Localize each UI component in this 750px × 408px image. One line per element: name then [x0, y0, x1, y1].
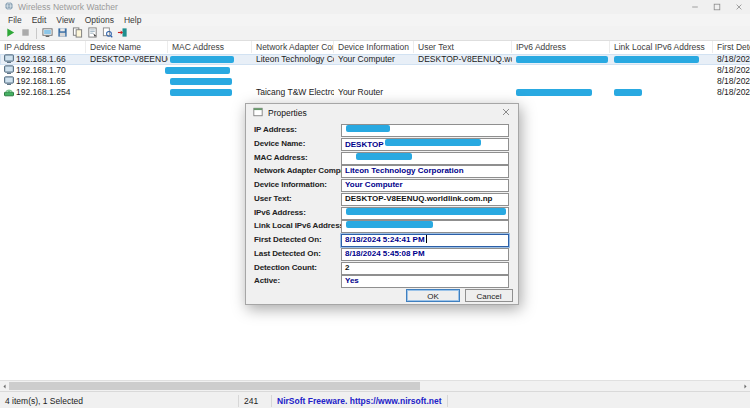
- field-input-active[interactable]: Yes: [341, 275, 509, 288]
- start-scan-button[interactable]: [3, 27, 18, 40]
- redacted-mac-bar: [170, 89, 232, 96]
- ok-button[interactable]: OK: [406, 289, 460, 302]
- cell-device-info: Your Router: [334, 87, 414, 98]
- scroll-right-arrow[interactable]: [741, 381, 750, 391]
- minimize-button[interactable]: [684, 0, 706, 14]
- menu-item-help[interactable]: Help: [119, 15, 146, 25]
- cell-ip: 192.168.1.66: [0, 54, 86, 65]
- redacted-value-bar: [346, 221, 433, 228]
- field-input-first-detected-on[interactable]: 8/18/2024 5:24:41 PM: [341, 234, 509, 247]
- toolbar-separator: [36, 28, 37, 39]
- column-header-device-name[interactable]: Device Name: [86, 41, 168, 53]
- redacted-link-local-bar: [614, 56, 699, 63]
- dialog-icon: [253, 107, 263, 119]
- field-value: Yes: [345, 276, 359, 285]
- menu-item-options[interactable]: Options: [80, 15, 119, 25]
- exit-button[interactable]: [115, 27, 130, 40]
- toolbar: [0, 26, 750, 41]
- properties-icon: [87, 27, 98, 40]
- status-selection: 4 item(s), 1 Selected: [0, 395, 239, 407]
- field-label-link-local-ipv6-address: Link Local IPv6 Address:: [254, 220, 346, 231]
- redacted-value-bar: [346, 208, 506, 215]
- computer-icon: [4, 65, 14, 75]
- scroll-left-arrow[interactable]: [0, 381, 9, 391]
- nirsoft-link[interactable]: NirSoft Freeware. https://www.nirsoft.ne…: [272, 395, 448, 407]
- redacted-value-bar: [356, 153, 412, 160]
- cell-ipv6: [512, 65, 610, 76]
- menu-item-file[interactable]: File: [3, 15, 27, 25]
- close-button[interactable]: [728, 0, 750, 14]
- field-input-device-information[interactable]: Your Computer: [341, 179, 509, 192]
- cell-device-name: [86, 87, 168, 98]
- cell-device-name: DESKTOP-V8EENUQ.wor...: [86, 54, 168, 65]
- copy-button[interactable]: [70, 27, 85, 40]
- cell-device-name: [86, 76, 168, 87]
- cancel-button[interactable]: Cancel: [465, 289, 513, 302]
- menu-item-view[interactable]: View: [51, 15, 79, 25]
- start-scan-icon: [5, 27, 16, 40]
- field-input-ip-address[interactable]: [341, 124, 509, 137]
- cell-ip: 192.168.1.65: [0, 76, 86, 87]
- field-input-link-local-ipv6-address[interactable]: [341, 220, 509, 233]
- network-adapter-button[interactable]: [40, 27, 55, 40]
- cell-user-text: [414, 65, 512, 76]
- field-label-ipv6-address: IPv6 Address:: [254, 207, 306, 218]
- table-header: IP AddressDevice NameMAC AddressNetwork …: [0, 41, 750, 55]
- cell-adapter: Taicang T&W Electronics: [252, 87, 334, 98]
- column-header-user-text[interactable]: User Text: [414, 41, 512, 53]
- cell-user-text: [414, 87, 512, 98]
- field-input-mac-address[interactable]: [341, 152, 509, 165]
- field-value: Your Computer: [345, 180, 403, 189]
- scrollbar-thumb[interactable]: [9, 382, 420, 390]
- table-row[interactable]: 192.168.1.708/18/2024 5: [0, 65, 750, 76]
- column-header-first-detected[interactable]: First Detected On: [713, 41, 750, 53]
- stop-scan-button[interactable]: [18, 27, 33, 40]
- cell-link-local: [610, 65, 713, 76]
- dialog-buttons: OK Cancel: [246, 289, 518, 303]
- field-input-user-text[interactable]: DESKTOP-V8EENUQ.worldlink.com.np: [341, 193, 509, 206]
- column-header-ipv6[interactable]: IPv6 Address: [512, 41, 610, 53]
- computer-icon: [4, 54, 14, 64]
- properties-dialog: Properties IP Address:Device Name:DESKTO…: [245, 103, 519, 305]
- cell-user-text: DESKTOP-V8EENUQ.worldlink...: [414, 54, 512, 65]
- field-label-active: Active:: [254, 275, 280, 286]
- cell-device-info: [334, 65, 414, 76]
- field-input-detection-count[interactable]: 2: [341, 262, 509, 275]
- column-header-link-local[interactable]: Link Local IPv6 Address: [610, 41, 713, 53]
- cell-ip: 192.168.1.70: [0, 65, 86, 76]
- table-row[interactable]: 192.168.1.254Taicang T&W ElectronicsYour…: [0, 87, 750, 98]
- menu-item-edit[interactable]: Edit: [27, 15, 52, 25]
- cell-ip: 192.168.1.254: [0, 87, 86, 98]
- field-value: Liteon Technology Corporation: [345, 166, 464, 175]
- table-row[interactable]: 192.168.1.658/18/2024 5: [0, 76, 750, 87]
- dialog-close-icon[interactable]: [501, 107, 511, 119]
- dialog-title: Properties: [268, 108, 307, 118]
- save-button[interactable]: [55, 27, 70, 40]
- column-header-mac[interactable]: MAC Address: [168, 41, 252, 53]
- column-header-adapter[interactable]: Network Adapter Comp...: [252, 41, 334, 53]
- status-bar: 4 item(s), 1 Selected 241 NirSoft Freewa…: [0, 391, 750, 408]
- field-input-device-name[interactable]: DESKTOP: [341, 138, 509, 151]
- table-row[interactable]: 192.168.1.66DESKTOP-V8EENUQ.wor...Liteon…: [0, 54, 750, 65]
- column-header-ip[interactable]: IP Address: [0, 41, 86, 53]
- field-input-network-adapter-company[interactable]: Liteon Technology Corporation: [341, 165, 509, 178]
- redacted-value-bar: [346, 125, 390, 132]
- find-button[interactable]: [100, 27, 115, 40]
- field-input-ipv6-address[interactable]: [341, 207, 509, 220]
- field-input-last-detected-on[interactable]: 8/18/2024 5:45:08 PM: [341, 248, 509, 261]
- cell-adapter: [252, 65, 334, 76]
- cell-first-detected: 8/18/2024 5: [713, 54, 750, 65]
- column-header-device-info[interactable]: Device Information: [334, 41, 414, 53]
- cell-ipv6: [512, 76, 610, 87]
- exit-icon: [117, 27, 128, 40]
- maximize-button[interactable]: [706, 0, 728, 14]
- cell-device-name: [86, 65, 168, 76]
- cell-device-info: Your Computer: [334, 54, 414, 65]
- properties-button[interactable]: [85, 27, 100, 40]
- field-value: 8/18/2024 5:45:08 PM: [345, 249, 425, 258]
- field-label-device-name: Device Name:: [254, 138, 305, 149]
- redacted-mac-bar: [170, 78, 232, 85]
- field-label-first-detected-on: First Detected On:: [254, 234, 322, 245]
- redacted-value-bar: [385, 139, 481, 146]
- horizontal-scrollbar[interactable]: [0, 380, 750, 391]
